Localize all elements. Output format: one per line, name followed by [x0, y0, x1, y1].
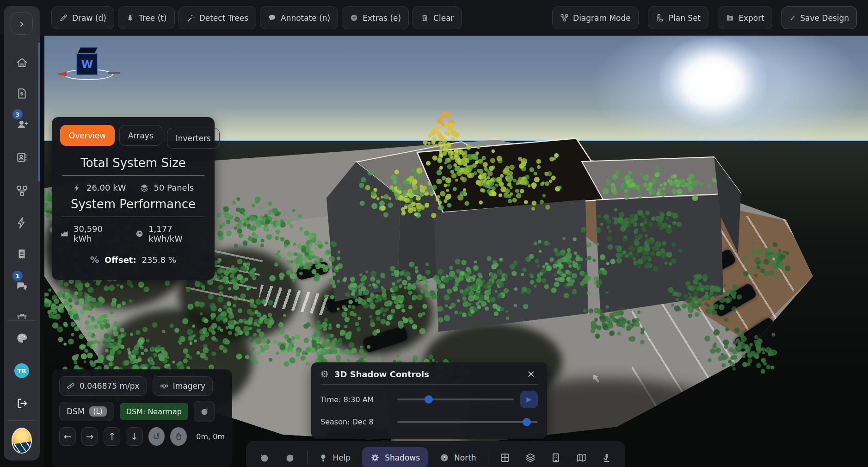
- sidebar-item-appearance[interactable]: [11, 327, 33, 349]
- system-size-value: 26.00 kW: [86, 183, 126, 193]
- tab-overview[interactable]: Overview: [60, 125, 115, 146]
- export-button[interactable]: Export: [718, 6, 772, 29]
- gauge-icon: [135, 229, 144, 238]
- navigation-cube[interactable]: W: [56, 40, 130, 87]
- buildings-button[interactable]: [548, 452, 564, 464]
- lightbulb-icon: [319, 453, 328, 462]
- offset-label: Offset:: [105, 255, 136, 265]
- user-add-icon: [16, 118, 28, 131]
- annotate-button[interactable]: Annotate (n): [260, 6, 338, 29]
- close-button[interactable]: ×: [524, 369, 538, 380]
- offset-value: 235.8 %: [142, 255, 176, 265]
- draw-button[interactable]: Draw (d): [51, 6, 114, 29]
- play-button[interactable]: ▶: [520, 391, 538, 408]
- cursor-coordinates: 0m, 0m: [196, 432, 225, 441]
- shadow-controls-panel: ⚙ 3D Shadow Controls × Time: 8:30 AM ▶ S…: [311, 362, 547, 439]
- compass-needle-red: [56, 72, 67, 76]
- user-avatar[interactable]: TR: [11, 360, 33, 382]
- pan-tool-button[interactable]: [170, 427, 187, 446]
- company-logo[interactable]: [9, 428, 35, 454]
- scale-button[interactable]: 0.046875 m/px: [59, 376, 147, 396]
- orbit-icon: [199, 406, 209, 417]
- pan-left-button[interactable]: ←: [59, 427, 76, 446]
- time-slider-thumb[interactable]: [425, 395, 433, 404]
- time-slider[interactable]: [397, 399, 514, 400]
- logout-button[interactable]: [11, 392, 33, 414]
- pan-right-button[interactable]: →: [81, 427, 98, 446]
- cube-west-face[interactable]: W: [76, 53, 98, 75]
- shadows-toggle-button[interactable]: Shadows: [362, 447, 428, 467]
- season-slider[interactable]: [397, 421, 538, 423]
- check-icon: ✓: [789, 13, 796, 23]
- sun: [659, 38, 766, 126]
- help-button[interactable]: Help: [316, 453, 353, 463]
- pan-down-button[interactable]: ↓: [126, 427, 142, 446]
- grid-view-button[interactable]: [497, 452, 513, 464]
- palette-icon: [16, 332, 28, 344]
- building-icon: [550, 452, 561, 463]
- grid-icon: [499, 452, 511, 463]
- reset-rotation-button[interactable]: ↺: [148, 427, 165, 446]
- viewport-toolbar: Help Shadows North: [246, 441, 625, 467]
- divider: [62, 175, 204, 176]
- sidebar-item-energy[interactable]: [11, 212, 33, 234]
- svg-text:$: $: [20, 91, 24, 97]
- season-slider-thumb[interactable]: [523, 418, 531, 426]
- sidebar-item-workbench[interactable]: [11, 305, 33, 327]
- orbit-right-button[interactable]: [282, 452, 298, 464]
- gear-icon: ⚙: [320, 368, 329, 380]
- system-size-title: Total System Size: [60, 156, 206, 170]
- arrow-right-icon: →: [86, 431, 94, 442]
- help-label: Help: [332, 453, 351, 462]
- sidebar-item-billing[interactable]: [11, 243, 33, 265]
- close-icon: ×: [527, 368, 535, 380]
- save-design-button[interactable]: ✓ Save Design: [782, 6, 857, 29]
- dsm-toggle-button[interactable]: DSM (L): [59, 402, 114, 421]
- avatar-initials: TR: [14, 363, 29, 378]
- home-icon: [16, 56, 28, 69]
- layers-button[interactable]: [522, 452, 539, 464]
- clear-button[interactable]: Clear: [412, 6, 462, 29]
- yield-value: 1,177 kWh/kW: [148, 224, 206, 243]
- dsm-label: DSM: [67, 407, 85, 416]
- extras-button[interactable]: Extras (e): [342, 6, 409, 29]
- imagery-button[interactable]: Imagery: [153, 376, 213, 396]
- divider: [62, 217, 204, 217]
- tab-arrays[interactable]: Arrays: [119, 125, 162, 146]
- pan-up-button[interactable]: ↑: [104, 427, 120, 446]
- sidebar-divider: [8, 420, 35, 421]
- receipt-icon: [16, 248, 28, 260]
- tree-icon: [126, 13, 135, 22]
- orbit-left-button[interactable]: [256, 452, 273, 464]
- messages-badge: 1: [12, 271, 23, 281]
- microphone-icon: [601, 452, 612, 463]
- detect-trees-button[interactable]: Detect Trees: [179, 6, 256, 29]
- sidebar-expand-button[interactable]: ›: [11, 12, 33, 35]
- tab-inverters[interactable]: Inverters: [167, 128, 220, 149]
- imagery-label: Imagery: [173, 381, 205, 391]
- sidebar-item-messages[interactable]: 1: [11, 274, 33, 297]
- dsm-source-button[interactable]: DSM: Nearmap: [120, 403, 188, 420]
- company-logo-icon: [12, 428, 32, 454]
- plan-set-button[interactable]: Plan Set: [648, 6, 709, 29]
- diagram-mode-button[interactable]: Diagram Mode: [552, 6, 639, 29]
- map-button[interactable]: [573, 452, 590, 464]
- dsm-orbit-button[interactable]: [194, 401, 215, 422]
- street-mic-button[interactable]: [598, 452, 615, 464]
- stats-tabs: Overview Arrays Inverters: [60, 125, 206, 149]
- tree-button[interactable]: Tree (t): [118, 6, 175, 29]
- north-button[interactable]: North: [437, 452, 479, 463]
- sidebar-item-contacts[interactable]: 3: [11, 113, 33, 135]
- save-design-label: Save Design: [800, 13, 849, 23]
- toolbar-left-group: Draw (d) Tree (t) Detect Trees Annotate …: [51, 6, 462, 29]
- season-label: Season: Dec 8: [320, 417, 390, 426]
- sidebar-item-contact-card[interactable]: [11, 146, 33, 168]
- sidebar-item-home[interactable]: [11, 51, 33, 74]
- extras-button-label: Extras (e): [363, 13, 401, 23]
- bolt-icon: [73, 183, 82, 193]
- road-arrow: [601, 294, 611, 305]
- sidebar-item-invoices[interactable]: $: [11, 82, 33, 105]
- annotate-button-label: Annotate (n): [281, 13, 330, 23]
- sidebar-item-system-diagram[interactable]: [11, 180, 33, 202]
- detect-trees-button-label: Detect Trees: [199, 13, 248, 23]
